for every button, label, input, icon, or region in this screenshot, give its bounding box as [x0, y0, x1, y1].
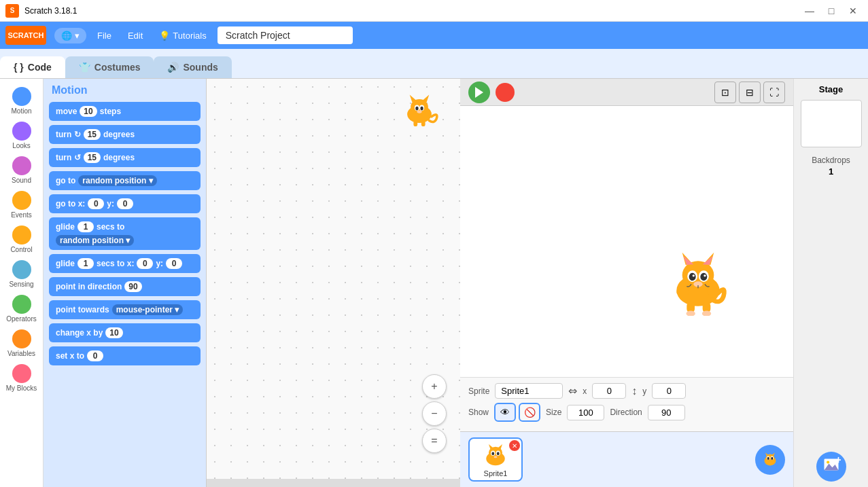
main-layout: Motion Looks Sound Events Control Sensin… — [0, 79, 868, 487]
block-text-move-2: steps — [100, 107, 121, 116]
block-dropdown-goto-1[interactable]: random position ▾ — [78, 175, 156, 186]
category-item-sensing[interactable]: Sensing — [0, 257, 43, 291]
category-item-variables[interactable]: Variables — [0, 327, 43, 360]
category-item-myblocks[interactable]: My Blocks — [0, 361, 43, 395]
code-area[interactable]: + − = — [207, 79, 460, 487]
block-turn_ccw[interactable]: turn ↺15degrees — [49, 148, 201, 167]
svg-point-37 — [491, 452, 494, 455]
minimize-button[interactable]: — — [800, 1, 819, 20]
block-input-glide_xy-3[interactable]: 0 — [137, 258, 153, 269]
block-dropdown-point_towards-1[interactable]: mouse-pointer ▾ — [112, 304, 184, 315]
stage-panel-title: Stage — [819, 84, 843, 94]
tab-costumes[interactable]: 👕 Costumes — [65, 56, 154, 78]
block-turn_cw[interactable]: turn ↻15degrees — [49, 125, 201, 144]
block-input-point_dir-1[interactable]: 90 — [124, 281, 141, 292]
block-input-turn_cw-1[interactable]: 15 — [84, 129, 101, 140]
category-item-motion[interactable]: Motion — [0, 84, 43, 118]
small-stage-button[interactable]: ⊡ — [714, 82, 736, 103]
block-text-goto_xy-2: y: — [107, 199, 114, 209]
project-name-input[interactable] — [218, 26, 353, 44]
show-hidden-button[interactable]: 🚫 — [519, 403, 540, 422]
titlebar: S Scratch 3.18.1 — □ ✕ — [0, 0, 868, 22]
app-title: Scratch 3.18.1 — [24, 6, 77, 16]
block-goto[interactable]: go torandom position ▾ — [49, 171, 201, 190]
block-goto_xy[interactable]: go to x:0y:0 — [49, 194, 201, 213]
block-set_x[interactable]: set x to0 — [49, 346, 201, 365]
zoom-reset-button[interactable]: = — [422, 429, 447, 453]
block-text-turn_ccw-2: degrees — [103, 153, 135, 162]
block-change_x[interactable]: change x by10 — [49, 323, 201, 342]
green-flag-button[interactable] — [468, 82, 490, 103]
show-visible-button[interactable]: 👁 — [494, 403, 516, 422]
category-item-operators[interactable]: Operators — [0, 292, 43, 325]
edit-menu[interactable]: Edit — [122, 28, 148, 43]
stage-canvas — [460, 106, 793, 377]
category-dot-motion — [12, 87, 31, 106]
sprite-label: Sprite — [468, 386, 489, 396]
stage-toolbar: ⊡ ⊟ ⛶ — [460, 79, 793, 106]
fullscreen-button[interactable]: ⛶ — [763, 82, 785, 103]
category-item-events[interactable]: Events — [0, 188, 43, 221]
block-input-glide_rand-1[interactable]: 1 — [77, 221, 94, 232]
x-value-input[interactable] — [592, 383, 626, 399]
sprite-name-input[interactable] — [495, 383, 563, 399]
svg-marker-3 — [422, 95, 430, 103]
block-glide_rand[interactable]: glide1secs torandom position ▾ — [49, 217, 201, 250]
tutorials-label: Tutorials — [173, 31, 206, 41]
block-input-glide_xy-5[interactable]: 0 — [166, 258, 182, 269]
add-backdrop-button[interactable] — [816, 452, 846, 482]
close-button[interactable]: ✕ — [844, 1, 863, 20]
svg-marker-33 — [489, 444, 494, 450]
y-value-input[interactable] — [652, 383, 686, 399]
block-input-goto_xy-1[interactable]: 0 — [88, 198, 104, 209]
stage-mini-preview — [801, 100, 862, 147]
category-label-variables: Variables — [7, 350, 35, 357]
stop-button[interactable] — [496, 83, 515, 102]
category-dot-control — [12, 226, 31, 245]
category-label-sensing: Sensing — [9, 281, 33, 288]
tab-code[interactable]: { } Code — [0, 56, 65, 78]
add-sprite-button[interactable] — [755, 445, 785, 475]
window-controls[interactable]: — □ ✕ — [800, 1, 863, 20]
category-item-control[interactable]: Control — [0, 223, 43, 256]
size-label: Size — [546, 408, 561, 417]
svg-point-23 — [704, 274, 706, 276]
svg-point-7 — [420, 107, 423, 111]
category-item-sound[interactable]: Sound — [0, 154, 43, 187]
tutorials-menu[interactable]: 💡 Tutorials — [154, 28, 211, 43]
svg-rect-10 — [421, 120, 426, 126]
block-input-glide_xy-1[interactable]: 1 — [77, 258, 94, 269]
tab-sounds[interactable]: 🔊 Sounds — [154, 56, 231, 78]
block-input-change_x-1[interactable]: 10 — [105, 327, 122, 338]
zoom-out-button[interactable]: − — [422, 401, 447, 426]
svg-point-38 — [497, 452, 500, 455]
block-move[interactable]: move10steps — [49, 102, 201, 121]
size-value-input[interactable] — [567, 405, 604, 420]
svg-rect-30 — [707, 289, 719, 295]
svg-point-47 — [767, 456, 769, 459]
block-point_towards[interactable]: point towardsmouse-pointer ▾ — [49, 300, 201, 319]
svg-marker-2 — [410, 95, 417, 103]
sprite-delete-button[interactable]: ✕ — [509, 440, 520, 451]
block-text-glide_rand-2: secs to — [97, 222, 124, 232]
block-input-turn_ccw-1[interactable]: 15 — [84, 152, 101, 163]
block-input-set_x-1[interactable]: 0 — [87, 350, 103, 361]
normal-stage-button[interactable]: ⊟ — [739, 82, 761, 103]
sprite-card[interactable]: ✕ Sprite1 — [468, 437, 523, 482]
block-input-goto_xy-3[interactable]: 0 — [117, 198, 133, 209]
tab-sounds-label: Sounds — [183, 62, 218, 73]
language-button[interactable]: 🌐 ▾ — [54, 28, 86, 43]
direction-value-input[interactable] — [648, 405, 685, 420]
code-icon: { } — [14, 62, 24, 73]
horizontal-scrollbar[interactable] — [207, 479, 460, 487]
block-point_dir[interactable]: point in direction90 — [49, 277, 201, 296]
svg-marker-11 — [475, 87, 483, 98]
category-item-looks[interactable]: Looks — [0, 119, 43, 152]
zoom-in-button[interactable]: + — [422, 374, 447, 399]
block-input-move-1[interactable]: 10 — [80, 106, 97, 117]
block-dropdown-glide_rand-3[interactable]: random position ▾ — [56, 235, 134, 246]
category-label-control: Control — [10, 246, 32, 253]
maximize-button[interactable]: □ — [822, 1, 841, 20]
block-glide_xy[interactable]: glide1secs to x:0y:0 — [49, 254, 201, 273]
file-menu[interactable]: File — [92, 28, 117, 43]
